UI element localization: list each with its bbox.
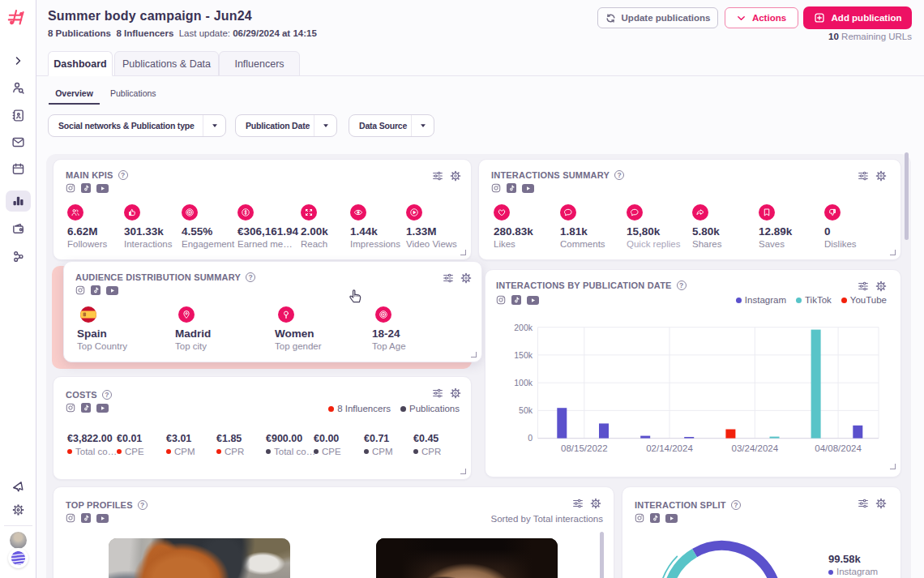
svg-text:04/08/2024: 04/08/2024 <box>815 443 862 453</box>
svg-text:50k: 50k <box>519 405 533 415</box>
svg-text:08/15/2022: 08/15/2022 <box>561 443 608 453</box>
svg-text:0: 0 <box>528 433 533 443</box>
svg-text:03/24/2024: 03/24/2024 <box>732 443 779 453</box>
svg-text:02/14/2024: 02/14/2024 <box>646 443 693 453</box>
svg-text:200k: 200k <box>514 323 533 332</box>
svg-text:100k: 100k <box>514 378 533 387</box>
svg-text:150k: 150k <box>514 350 533 360</box>
